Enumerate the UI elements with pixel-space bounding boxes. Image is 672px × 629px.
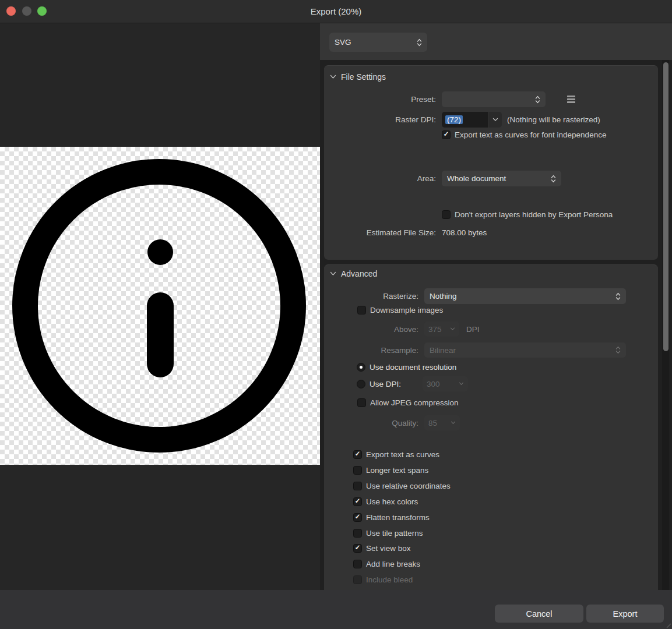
above-label: Above:	[324, 325, 418, 334]
estimated-size-label: Estimated File Size:	[324, 228, 436, 237]
svg-option-label: Set view box	[366, 544, 411, 553]
svg-option-row: Add line breaks	[353, 558, 420, 570]
resample-select: Bilinear	[424, 342, 626, 358]
disclosure-chevron-icon	[330, 75, 336, 79]
svg-option-label: Export text as curves	[366, 450, 439, 459]
above-combo-value: 375	[428, 325, 442, 334]
svg-option-row: ✓Flatten transforms	[353, 511, 430, 523]
chevron-down-icon	[459, 382, 464, 386]
chevron-up-down-icon	[551, 174, 556, 183]
svg-option-label: Use relative coordinates	[366, 482, 451, 490]
use-dpi-radio[interactable]	[357, 380, 365, 388]
svg-option-checkbox[interactable]	[353, 482, 362, 490]
chevron-up-down-icon	[417, 38, 422, 47]
raster-dpi-value: (72)	[445, 115, 463, 124]
preset-select[interactable]	[442, 91, 546, 107]
chevron-up-down-icon	[615, 345, 621, 355]
area-select-value: Whole document	[447, 174, 506, 183]
svg-option-checkbox[interactable]: ✓	[353, 497, 362, 506]
transparency-checkerboard	[0, 147, 320, 465]
rasterize-row: Rasterize: Nothing	[324, 288, 626, 304]
advanced-header[interactable]: Advanced	[330, 269, 377, 278]
settings-panel: SVG File Settings Preset:	[320, 23, 672, 590]
svg-option-row: Use tile patterns	[353, 527, 423, 539]
estimated-size-value: 708.00 bytes	[442, 228, 487, 237]
rasterize-select[interactable]: Nothing	[424, 288, 626, 304]
use-doc-res-radio[interactable]	[357, 363, 365, 372]
chevron-up-down-icon	[535, 95, 540, 104]
svg-option-row: ✓Export text as curves	[353, 448, 439, 460]
svg-option-label: Use hex colors	[366, 497, 418, 506]
svg-option-row: Use relative coordinates	[353, 480, 451, 492]
chevron-down-icon	[450, 327, 455, 331]
raster-dpi-input[interactable]: (72)	[442, 112, 488, 128]
advanced-card: Advanced Rasterize: Nothing Downsample i…	[324, 264, 658, 590]
raster-dpi-label: Raster DPI:	[324, 115, 436, 124]
svg-option-row: ✓Set view box	[353, 542, 411, 554]
above-combo: 375	[424, 321, 459, 337]
hidden-layers-checkbox[interactable]	[442, 210, 451, 219]
chevron-down-icon	[492, 118, 498, 122]
format-select-value: SVG	[335, 38, 351, 47]
above-dpi-row: Above: 375 DPI	[324, 321, 480, 337]
format-toolbar: SVG	[320, 23, 672, 60]
advanced-header-label: Advanced	[341, 269, 377, 278]
file-settings-header[interactable]: File Settings	[330, 72, 386, 82]
preset-menu-icon[interactable]	[567, 96, 575, 103]
area-label: Area:	[324, 174, 436, 183]
resample-label: Resample:	[324, 346, 418, 355]
svg-option-row: ✓Use hex colors	[353, 496, 418, 507]
footer-bar: Cancel Export	[0, 590, 672, 629]
svg-option-label: Include bleed	[366, 575, 413, 584]
chevron-down-icon	[451, 421, 456, 425]
quality-row: Quality: 85	[324, 415, 460, 430]
svg-option-checkbox[interactable]: ✓	[353, 544, 362, 553]
svg-option-checkbox[interactable]	[353, 466, 362, 475]
hidden-layers-row: Don't export layers hidden by Export Per…	[442, 209, 613, 220]
jpeg-compression-label: Allow JPEG compression	[370, 398, 459, 407]
use-dpi-combo: 300	[423, 376, 468, 391]
svg-option-checkbox	[353, 575, 362, 584]
use-dpi-label: Use DPI:	[370, 380, 401, 388]
quality-combo: 85	[424, 415, 460, 430]
disclosure-chevron-icon	[330, 271, 336, 276]
svg-option-checkbox[interactable]	[353, 529, 362, 538]
downsample-row: Downsample images	[357, 304, 443, 316]
chevron-up-down-icon	[615, 292, 621, 301]
file-settings-card: File Settings Preset: Raster DPI: (72)	[324, 65, 658, 260]
svg-option-label: Use tile patterns	[366, 529, 423, 538]
svg-option-checkbox[interactable]: ✓	[353, 450, 362, 459]
export-curves-row: ✓ Export text as curves for font indepen…	[442, 129, 606, 140]
area-select[interactable]: Whole document	[442, 171, 561, 186]
estimated-size-row: Estimated File Size: 708.00 bytes	[324, 227, 487, 238]
format-select[interactable]: SVG	[329, 33, 427, 52]
export-curves-checkbox[interactable]: ✓	[442, 130, 451, 139]
preset-label: Preset:	[324, 95, 436, 104]
svg-option-checkbox[interactable]	[353, 560, 362, 568]
window-title: Export (20%)	[0, 0, 672, 23]
svg-option-checkbox[interactable]: ✓	[353, 513, 362, 522]
resample-row: Resample: Bilinear	[324, 342, 626, 358]
area-row: Area: Whole document	[324, 171, 561, 186]
resample-select-value: Bilinear	[430, 346, 456, 355]
preview-pane	[0, 23, 320, 590]
scrollbar-thumb[interactable]	[663, 62, 669, 351]
export-button[interactable]: Export	[586, 605, 664, 623]
use-doc-res-row: Use document resolution	[357, 361, 456, 373]
downsample-checkbox[interactable]	[357, 306, 366, 314]
cancel-button[interactable]: Cancel	[495, 605, 583, 623]
raster-dpi-dropdown-button[interactable]	[488, 112, 502, 128]
scrollbar-track[interactable]	[662, 60, 669, 590]
resize-grip-icon[interactable]	[666, 623, 671, 628]
svg-option-label: Longer text spans	[366, 466, 428, 475]
svg-option-row: Include bleed	[353, 574, 413, 585]
use-dpi-row: Use DPI: 300	[357, 376, 401, 391]
rasterize-label: Rasterize:	[324, 292, 418, 301]
downsample-label: Downsample images	[370, 306, 443, 314]
dpi-unit-label: DPI	[466, 325, 480, 334]
rasterize-select-value: Nothing	[430, 292, 457, 301]
info-icon-preview	[0, 147, 320, 465]
title-bar: Export (20%)	[0, 0, 672, 23]
jpeg-compression-checkbox[interactable]	[357, 398, 366, 407]
jpeg-compression-row: Allow JPEG compression	[357, 397, 459, 408]
